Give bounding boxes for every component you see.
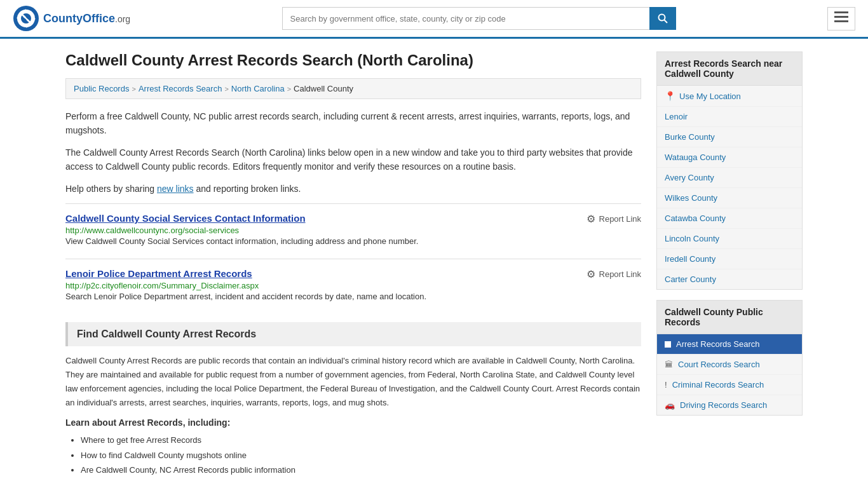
intro-para-1: Perform a free Caldwell County, NC publi… — [65, 109, 641, 138]
hamburger-icon — [834, 11, 848, 23]
report-link-1[interactable]: ⚙ Report Link — [587, 213, 641, 225]
public-records-section: Caldwell County Public Records Arrest Re… — [656, 300, 803, 416]
intro-para-3: Help others by sharing new links and rep… — [65, 182, 641, 196]
report-icon-2: ⚙ — [587, 268, 595, 280]
search-button[interactable] — [649, 7, 676, 30]
pub-rec-court-records[interactable]: 🏛 Court Records Search — [657, 355, 802, 375]
record-card-lenoir-police: Lenoir Police Department Arrest Records … — [65, 259, 641, 312]
report-link-2[interactable]: ⚙ Report Link — [587, 268, 641, 280]
sidebar-item-iredell-county[interactable]: Iredell County — [657, 249, 802, 269]
breadcrumb-sep-1: > — [132, 85, 135, 93]
record-card-social-services: Caldwell County Social Services Contact … — [65, 203, 641, 257]
record-title-social-services[interactable]: Caldwell County Social Services Contact … — [65, 213, 306, 224]
logo-suffix: .org — [115, 14, 130, 24]
sidebar-item-lincoln-county[interactable]: Lincoln County — [657, 229, 802, 249]
sidebar-item-wilkes-county[interactable]: Wilkes County — [657, 188, 802, 208]
court-records-icon: 🏛 — [665, 360, 673, 369]
find-section-body: Caldwell County Arrest Records are publi… — [65, 354, 641, 410]
logo-name: CountyOffice — [43, 12, 115, 25]
sidebar-item-avery-county[interactable]: Avery County — [657, 168, 802, 188]
criminal-records-icon: ! — [665, 380, 667, 390]
location-icon: 📍 — [665, 91, 675, 101]
svg-rect-7 — [834, 20, 848, 22]
find-section-title: Find Caldwell County Arrest Records — [65, 322, 641, 346]
svg-line-4 — [664, 20, 667, 24]
menu-button[interactable] — [827, 7, 855, 30]
sidebar-item-watauga-county[interactable]: Watauga County — [657, 147, 802, 168]
breadcrumb-current: Caldwell County — [294, 84, 353, 93]
breadcrumb-public-records[interactable]: Public Records — [74, 84, 129, 93]
sidebar: Arrest Records Search near Caldwell Coun… — [656, 51, 803, 478]
breadcrumb-arrest-records[interactable]: Arrest Records Search — [139, 84, 222, 93]
sidebar-item-lenoir[interactable]: Lenoir — [657, 107, 802, 127]
search-icon — [658, 13, 668, 24]
pub-rec-arrest-records[interactable]: Arrest Records Search — [657, 334, 802, 355]
use-my-location[interactable]: 📍 Use My Location — [657, 86, 802, 107]
breadcrumb-sep-2: > — [224, 85, 228, 93]
nearby-title: Arrest Records Search near Caldwell Coun… — [657, 52, 802, 86]
learn-list: Where to get free Arrest Records How to … — [81, 433, 641, 477]
pub-rec-criminal-records[interactable]: ! Criminal Records Search — [657, 375, 802, 395]
breadcrumb: Public Records > Arrest Records Search >… — [65, 78, 641, 99]
record-url-lenoir-police[interactable]: http://p2c.cityoflenoir.com/Summary_Disc… — [65, 281, 259, 290]
nearby-section: Arrest Records Search near Caldwell Coun… — [656, 51, 803, 290]
search-input[interactable] — [282, 7, 649, 30]
logo-icon — [13, 5, 39, 32]
driving-records-icon: 🚗 — [665, 400, 675, 410]
report-icon-1: ⚙ — [587, 213, 595, 225]
sidebar-item-catawba-county[interactable]: Catawba County — [657, 208, 802, 229]
breadcrumb-sep-3: > — [287, 85, 291, 93]
sidebar-item-burke-county[interactable]: Burke County — [657, 127, 802, 147]
arrest-records-icon — [665, 341, 671, 348]
list-item: Where to get free Arrest Records — [81, 433, 641, 447]
public-records-title: Caldwell County Public Records — [657, 301, 802, 334]
search-bar — [282, 7, 676, 30]
page-title: Caldwell County Arrest Records Search (N… — [65, 51, 641, 69]
new-links-link[interactable]: new links — [157, 184, 194, 194]
list-item: Are Caldwell County, NC Arrest Records p… — [81, 463, 641, 477]
breadcrumb-north-carolina[interactable]: North Carolina — [231, 84, 285, 93]
svg-point-3 — [658, 15, 665, 21]
record-desc-lenoir-police: Search Lenoir Police Department arrest, … — [65, 290, 641, 303]
logo[interactable]: CountyOffice.org — [13, 5, 130, 32]
record-url-social-services[interactable]: http://www.caldwellcountync.org/social-s… — [65, 226, 239, 235]
record-desc-social-services: View Caldwell County Social Services con… — [65, 235, 641, 248]
list-item: How to find Caldwell County mugshots onl… — [81, 448, 641, 463]
learn-title: Learn about Arrest Records, including: — [65, 417, 641, 428]
sidebar-item-carter-county[interactable]: Carter County — [657, 269, 802, 289]
use-location-link[interactable]: Use My Location — [679, 92, 741, 101]
pub-rec-driving-records[interactable]: 🚗 Driving Records Search — [657, 395, 802, 415]
svg-rect-5 — [834, 11, 848, 13]
svg-rect-6 — [834, 16, 848, 18]
intro-para-2: The Caldwell County Arrest Records Searc… — [65, 146, 641, 174]
record-title-lenoir-police[interactable]: Lenoir Police Department Arrest Records — [65, 268, 252, 279]
